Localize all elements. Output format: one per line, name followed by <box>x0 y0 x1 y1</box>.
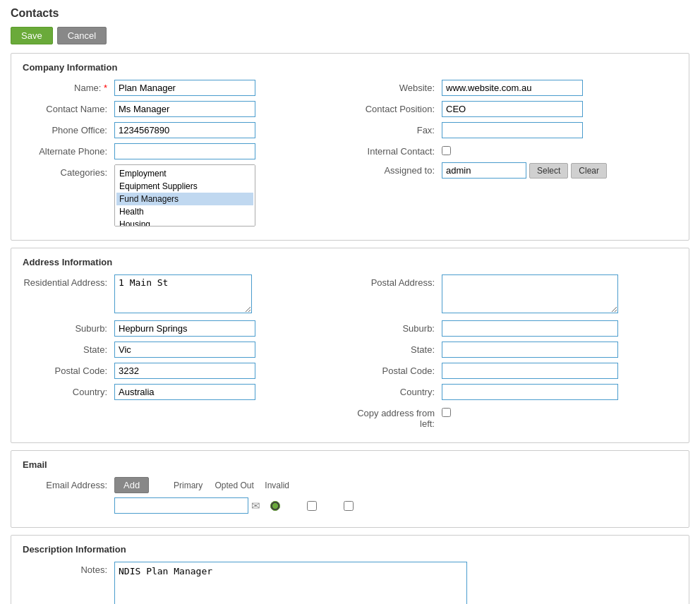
state-input[interactable] <box>114 342 255 358</box>
notes-wrap: G <box>114 562 467 604</box>
contact-name-row: Contact Name: <box>23 101 350 117</box>
suburb2-row: Suburb: <box>350 320 677 337</box>
state2-row: State: <box>350 342 677 358</box>
state2-input[interactable] <box>442 342 618 358</box>
copy-address-label: Copy address from left: <box>350 405 442 429</box>
suburb-row: Suburb: <box>23 320 350 337</box>
category-fund-managers[interactable]: Fund Managers <box>116 193 253 205</box>
suburb-input[interactable] <box>114 320 255 337</box>
residential-address-field <box>114 274 255 315</box>
category-equipment-suppliers[interactable]: Equipment Suppliers <box>116 180 253 193</box>
clear-button[interactable]: Clear <box>571 163 607 179</box>
company-information-section: Company Information Name: * Contact Name… <box>11 53 689 241</box>
website-input[interactable] <box>442 80 583 96</box>
email-opted-out-checkbox[interactable] <box>307 501 317 511</box>
add-email-button[interactable]: Add <box>114 477 149 493</box>
postal-code2-input[interactable] <box>442 363 618 379</box>
postal-address-field <box>442 274 618 315</box>
address-col-left: Residential Address: Suburb: State: <box>23 274 350 434</box>
country2-input[interactable] <box>442 384 618 400</box>
alternate-phone-label: Alternate Phone: <box>23 143 114 157</box>
save-button-top[interactable]: Save <box>11 27 53 44</box>
notes-row: Notes: G <box>23 562 677 604</box>
email-address-label: Email Address: <box>23 477 114 490</box>
internal-contact-label: Internal Contact: <box>350 143 442 157</box>
alternate-phone-row: Alternate Phone: <box>23 143 350 159</box>
address-col-right: Postal Address: Suburb: State: <box>350 274 677 434</box>
category-housing[interactable]: Housing <box>116 218 253 226</box>
phone-office-row: Phone Office: <box>23 122 350 138</box>
name-label: Name: * <box>23 80 114 93</box>
email-section-title: Email <box>23 459 677 470</box>
copy-address-checkbox[interactable] <box>442 408 451 417</box>
page-wrapper: Contacts Save Cancel Company Information… <box>0 0 700 604</box>
suburb-label: Suburb: <box>23 320 114 334</box>
country2-label: Country: <box>350 384 442 397</box>
postal-code-row: Postal Code: <box>23 363 350 379</box>
assigned-to-row: Assigned to: Select Clear <box>350 162 677 179</box>
postal-code2-row: Postal Code: <box>350 363 677 379</box>
notes-input[interactable] <box>114 562 467 604</box>
suburb-field <box>114 320 255 337</box>
contact-name-field <box>114 101 255 117</box>
fax-label: Fax: <box>350 122 442 135</box>
address-information-section: Address Information Residential Address:… <box>11 248 689 443</box>
alternate-phone-input[interactable] <box>114 143 255 159</box>
suburb2-label: Suburb: <box>350 320 442 334</box>
country-field <box>114 384 255 400</box>
email-controls: Add Primary Opted Out Invalid ✉ <box>114 477 354 514</box>
category-employment[interactable]: Employment <box>116 167 253 180</box>
postal-code-label: Postal Code: <box>23 363 114 376</box>
website-row: Website: <box>350 80 677 96</box>
country-row: Country: <box>23 384 350 400</box>
assigned-to-field: Select Clear <box>442 162 607 179</box>
email-input[interactable] <box>114 497 248 514</box>
postal-code-field <box>114 363 255 379</box>
select-button[interactable]: Select <box>529 163 568 179</box>
categories-label: Categories: <box>23 164 114 178</box>
email-primary-radio[interactable] <box>270 501 280 511</box>
fax-input[interactable] <box>442 122 583 138</box>
contact-position-row: Contact Position: <box>350 101 677 117</box>
category-health[interactable]: Health <box>116 205 253 218</box>
description-section: Description Information Notes: G <box>11 535 689 604</box>
invalid-col-label: Invalid <box>261 481 293 490</box>
name-input[interactable] <box>114 80 255 96</box>
phone-office-input[interactable] <box>114 122 255 138</box>
contact-position-input[interactable] <box>442 101 583 117</box>
assigned-to-input[interactable] <box>442 162 526 179</box>
toolbar: Save Cancel <box>11 27 689 44</box>
suburb2-input[interactable] <box>442 320 618 337</box>
website-label: Website: <box>350 80 442 93</box>
country-label: Country: <box>23 384 114 397</box>
country-input[interactable] <box>114 384 255 400</box>
categories-field: Employment Equipment Suppliers Fund Mana… <box>114 164 255 226</box>
contact-name-input[interactable] <box>114 101 255 117</box>
postal-address-label: Postal Address: <box>350 274 442 288</box>
residential-address-input[interactable] <box>114 274 252 313</box>
name-required: * <box>104 83 107 93</box>
copy-address-row: Copy address from left: <box>350 405 677 429</box>
email-icon[interactable]: ✉ <box>251 500 260 512</box>
state2-field <box>442 342 618 358</box>
fax-row: Fax: <box>350 122 677 138</box>
alternate-phone-field <box>114 143 255 159</box>
company-section-title: Company Information <box>23 62 677 73</box>
email-invalid-checkbox[interactable] <box>344 501 354 511</box>
notes-label: Notes: <box>23 562 114 575</box>
postal-address-input[interactable] <box>442 274 618 313</box>
internal-contact-field <box>442 143 451 157</box>
description-section-title: Description Information <box>23 544 677 555</box>
primary-col-label: Primary <box>169 481 207 490</box>
suburb2-field <box>442 320 618 337</box>
email-input-wrap: ✉ <box>114 497 260 514</box>
cancel-button-top[interactable]: Cancel <box>57 27 107 44</box>
residential-address-row: Residential Address: <box>23 274 350 315</box>
country2-row: Country: <box>350 384 677 400</box>
postal-code-input[interactable] <box>114 363 255 379</box>
assigned-to-label: Assigned to: <box>350 162 442 176</box>
categories-select[interactable]: Employment Equipment Suppliers Fund Mana… <box>114 164 255 226</box>
fax-field <box>442 122 583 138</box>
name-field <box>114 80 255 96</box>
internal-contact-checkbox[interactable] <box>442 146 451 155</box>
